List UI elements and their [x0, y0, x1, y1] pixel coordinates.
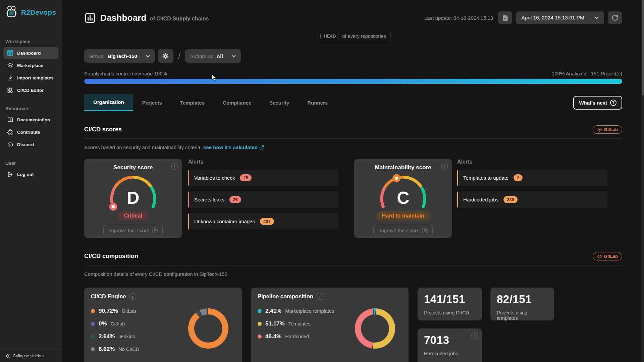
info-icon[interactable]: i [471, 333, 478, 339]
security-grade: D [127, 188, 139, 207]
question-circle-icon: ? [422, 228, 428, 233]
chevron-down-icon [146, 55, 150, 58]
sidebar-item-label: CI/CD Editor [17, 88, 44, 93]
external-link-icon [259, 145, 264, 150]
sidebar-item-label: Dashboard [17, 51, 41, 56]
double-chevron-left-icon [5, 354, 10, 358]
alert-count-badge: 238 [503, 196, 518, 203]
sidebar-item-marketplace[interactable]: Marketplace [3, 60, 58, 71]
page-header: Dashboard of CI/CD Supply chains Last up… [84, 11, 622, 24]
gitlab-provider-badge[interactable]: GitLab [593, 252, 622, 260]
tab-compliance[interactable]: Compliance [214, 94, 260, 111]
coverage-progress: Supplychains control coverage 100% 100% … [84, 71, 622, 84]
gitlab-provider-badge[interactable]: GitLab [593, 125, 622, 134]
sidebar-item-dashboard[interactable]: Dashboard [3, 47, 58, 59]
sidebar-item-label: Contribute [17, 130, 40, 135]
chevron-down-icon [231, 55, 236, 58]
tab-organization[interactable]: Organization [84, 94, 133, 111]
legend-dot [91, 347, 95, 351]
puzzle-icon [7, 129, 13, 135]
date-selector[interactable]: April 16, 2024 15:13:01 PM [516, 11, 604, 24]
info-icon[interactable]: i [171, 163, 178, 170]
scrollbar-thumb[interactable] [642, 0, 644, 96]
alerts-heading: Alerts [188, 159, 338, 165]
last-update-text: Last update: 04-16-2024 15:13 [424, 15, 493, 21]
group-select[interactable]: Group: BigTech-150 [84, 49, 155, 63]
maintainability-score-title: Maintainability score [360, 164, 446, 171]
legend-dot [91, 309, 95, 313]
info-icon[interactable]: i [129, 293, 136, 300]
report-button[interactable] [498, 11, 512, 24]
security-score-card: Security score i D Critical Improve this… [84, 159, 182, 238]
legend-dot [258, 335, 262, 339]
book-icon [7, 117, 13, 123]
main-content: Dashboard of CI/CD Supply chains Last up… [62, 0, 644, 362]
tab-security[interactable]: Security [260, 94, 298, 111]
sidebar-item-discord[interactable]: Discord [3, 139, 58, 150]
question-circle-icon: ? [610, 100, 616, 106]
header-divider: HEAD of every repositories [84, 31, 622, 41]
sidebar-item-contribute[interactable]: Contribute [3, 126, 58, 138]
group-select-label: Group: [89, 53, 105, 59]
subgroup-select[interactable]: Subgroup: All [185, 49, 240, 63]
sidebar-item-cicd-editor[interactable]: CI/CD Editor [3, 84, 58, 96]
alert-variables-to-check[interactable]: Variables to check 25 [188, 170, 338, 186]
chevron-down-icon [594, 16, 599, 19]
sidebar-item-documentation[interactable]: Documentation [3, 114, 58, 126]
sidebar-item-logout[interactable]: Log out [3, 169, 58, 180]
alert-hardcoded-jobs[interactable]: Hardcoded jobs 238 [457, 191, 607, 208]
tab-projects[interactable]: Projects [133, 94, 171, 111]
info-icon[interactable]: i [317, 293, 323, 300]
cicd-engine-card: CI/CD Engine i 90.72% GitLab 0% Github [84, 288, 242, 362]
legend-dot [258, 309, 262, 313]
gitlab-icon [597, 254, 602, 259]
maintainability-status-badge: Hard to maintain [376, 211, 430, 221]
how-calculated-link[interactable]: see how it's calculated [203, 144, 264, 150]
head-badge: HEAD [320, 33, 339, 39]
coverage-progress-bar [84, 79, 622, 84]
group-settings-button[interactable] [158, 49, 173, 63]
collapse-sidebar-button[interactable]: Collapse sidebar [0, 350, 62, 362]
group-select-value: BigTech-150 [108, 53, 137, 59]
coverage-label: Supplychains control coverage 100% [84, 71, 167, 76]
brand[interactable]: R2Devops [0, 0, 62, 23]
refresh-icon [611, 14, 619, 21]
head-text: of every repositories [342, 34, 386, 39]
stat-hardcoded-jobs: i 7013 Hardcoded jobs [418, 328, 482, 362]
whats-next-button[interactable]: What's next ? [573, 96, 622, 110]
page-title: Dashboard [100, 13, 147, 23]
sidebar-item-label: Documentation [17, 117, 50, 122]
tab-templates[interactable]: Templates [171, 94, 214, 111]
stat-projects-using-cicd: 141/151 Projects using CI/CD [418, 288, 482, 320]
page-subtitle: of CI/CD Supply chains [150, 16, 209, 22]
alert-templates-to-update[interactable]: Templates to update 2 [457, 170, 607, 186]
alert-count-badge: 26 [229, 196, 241, 203]
scrollbar[interactable] [641, 0, 644, 362]
alerts-heading: Alerts [457, 159, 607, 165]
alert-count-badge: 2 [514, 174, 523, 181]
question-circle-icon: ? [152, 228, 158, 233]
pipeline-card-title: Pipeline composition [258, 293, 313, 300]
stat-tiles: 141/151 Projects using CI/CD 82/151 Proj… [418, 288, 554, 362]
alert-count-badge: 25 [240, 174, 251, 181]
improve-maintainability-score-button[interactable]: Improve this score ? [373, 225, 433, 236]
tab-runners[interactable]: Runners [298, 94, 337, 111]
sidebar-item-label: Marketplace [17, 63, 43, 68]
stat-projects-using-templates: 82/151 Projects using templates [490, 288, 554, 320]
engine-donut-chart [188, 308, 228, 349]
refresh-button[interactable] [608, 11, 622, 24]
sidebar: R2Devops Workspace Dashboard Marketplace… [0, 0, 62, 362]
head-ref-indicator: HEAD of every repositories [316, 31, 391, 41]
scores-section-title: CI/CD scores [84, 126, 122, 133]
alert-unknown-container-images[interactable]: Unknown container images 407 [188, 213, 338, 230]
maintainability-gauge: C [371, 172, 435, 213]
alert-secrets-leaks[interactable]: Secrets leaks 26 [188, 191, 338, 208]
improve-security-score-button[interactable]: Improve this score ? [103, 225, 163, 236]
info-icon[interactable]: i [441, 163, 448, 170]
r2devops-logo-icon [5, 5, 18, 19]
sidebar-item-import-templates[interactable]: Import templates [3, 72, 58, 84]
security-alerts: Alerts Variables to check 25 Secrets lea… [188, 159, 338, 238]
group-filters: Group: BigTech-150 / Subgroup: All [84, 49, 622, 63]
maintainability-score-card: Maintainability score i C Hard to mainta… [354, 159, 452, 238]
alert-count-badge: 407 [260, 218, 274, 225]
